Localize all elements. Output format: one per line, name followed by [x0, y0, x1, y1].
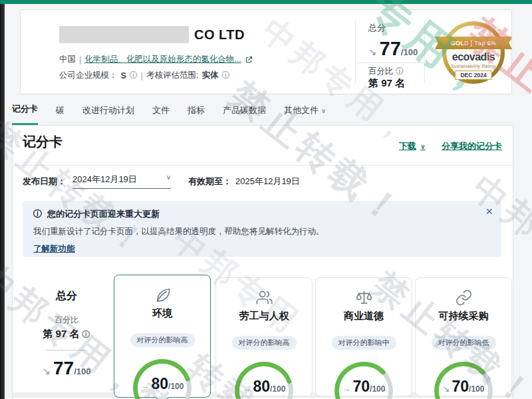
total-label: 总分 [13, 289, 120, 303]
company-name: CO LTD [194, 27, 245, 43]
company-size-label: 公司企业规模： [59, 70, 118, 81]
total-score-denominator: /100 [74, 366, 90, 376]
divider [355, 21, 356, 83]
percentile-label: 百分比 [13, 315, 120, 326]
company-name-redacted [59, 26, 189, 43]
ecovadis-gold-medal: GOLD | Top 5% ecovadis Sustainability Ra… [436, 18, 511, 91]
impact-badge: 对评分的影响高 [130, 333, 195, 347]
publish-date-select[interactable]: 2024年12月19日 ∨ [72, 174, 171, 189]
update-banner: ⓘ 您的记分卡页面迎来重大更新 我们重新设计了记分卡页面，以提高结果的透明度，帮… [23, 201, 501, 257]
page-title: 记分卡 [23, 133, 63, 151]
separator: | [79, 55, 81, 65]
category-title: 环境 [114, 307, 210, 320]
category-score-denominator: /100 [270, 384, 285, 394]
separator: | [141, 71, 143, 80]
info-icon[interactable]: ⓘ [396, 66, 404, 76]
score-gauge: ↘70/100 [425, 352, 502, 399]
divider [47, 350, 86, 350]
medal-date: DEC 2024 [455, 70, 491, 80]
category-card-可持续采购[interactable]: 可持续采购对评分的影响低↘70/100 [415, 277, 512, 396]
people-icon [255, 289, 273, 307]
category-score-denominator: /100 [469, 384, 484, 394]
total-score-value: 77 [53, 359, 74, 378]
tab-指标[interactable]: 指标 [188, 103, 205, 126]
trend-icon: ↘ [443, 384, 450, 394]
medal-subtitle: Sustainability Rating [436, 64, 511, 68]
category-score: 70 [452, 379, 469, 394]
info-icon: ⓘ [33, 208, 42, 220]
trend-icon: → [342, 384, 351, 394]
chevron-down-icon: ∨ [321, 107, 326, 114]
medal-brand: ecovadis [436, 51, 511, 63]
total-score-label: 总分 [368, 22, 424, 34]
percentile-value: 第 97 名 [43, 328, 79, 339]
category-card-商业道德[interactable]: 商业道德对评分的影响中→70/100 [315, 277, 412, 396]
category-title: 商业道德 [316, 310, 412, 323]
divider [13, 165, 513, 166]
info-icon[interactable]: ⓘ [130, 70, 138, 81]
medal-tier-ribbon: GOLD | Top 5% [435, 37, 512, 49]
valid-until-label: 有效期至： [188, 176, 231, 188]
info-icon[interactable]: ⓘ [82, 330, 90, 339]
banner-title: 您的记分卡页面迎来重大更新 [47, 208, 160, 220]
valid-until-value: 2025年12月19日 [235, 176, 300, 188]
link-icon [455, 289, 473, 307]
window-left-edge [0, 0, 5, 399]
tab-记分卡[interactable]: 记分卡 [12, 103, 38, 126]
scope-value: 实体 [202, 70, 219, 81]
category-score-denominator: /100 [168, 382, 184, 391]
top-accent-bar [0, 0, 532, 4]
category-card-劳工与人权[interactable]: 劳工与人权对评分的影响高→80/100 [215, 277, 313, 396]
score-gauge: →70/100 [325, 352, 402, 399]
category-score: 70 [353, 379, 370, 394]
total-score-denominator: /100 [401, 47, 418, 57]
tab-碳[interactable]: 碳 [56, 103, 65, 126]
company-country: 中国 [59, 54, 76, 65]
industry-link[interactable]: 化学制品、化肥以及原始形态的氮化合物... [84, 54, 241, 65]
tab-文件[interactable]: 文件 [152, 103, 170, 126]
scope-label: 考核评估范围: [146, 70, 198, 81]
trend-down-icon: ↘ [368, 46, 377, 58]
scorecard-panel: 记分卡 下载 ∨ 分享我的记分卡 发布日期： 2024年12月19日 ∨ 有效期… [12, 125, 513, 399]
divider [424, 21, 425, 83]
chevron-down-icon: ∨ [166, 174, 171, 186]
learn-more-link[interactable]: 了解新功能 [33, 243, 75, 255]
chevron-down-icon: ∨ [420, 143, 426, 150]
category-card-环境[interactable]: 环境对评分的影响高→80/100 [114, 275, 211, 398]
total-score-value: 77 [380, 39, 401, 59]
percentile-value: 第 97 名 [368, 77, 405, 90]
share-scorecard-button[interactable]: 分享我的记分卡 [442, 140, 502, 152]
overall-score-panel: 总分 百分比 第 97 名 ⓘ ↘ 77 /100 [13, 289, 120, 378]
impact-badge: 对评分的影响中 [332, 336, 396, 350]
category-title: 劳工与人权 [216, 310, 312, 323]
trend-down-icon: ↘ [42, 365, 51, 377]
leaf-icon [154, 286, 172, 304]
external-link-icon[interactable] [245, 56, 253, 64]
impact-badge: 对评分的影响低 [432, 336, 496, 350]
percentile-label: 百分比 [368, 66, 394, 76]
publish-date-label: 发布日期： [23, 176, 66, 188]
tab-改进行动计划[interactable]: 改进行动计划 [82, 103, 134, 126]
trend-icon: → [243, 384, 251, 394]
ecovadis-scorecard-page: CO LTD 中国 | 化学制品、化肥以及原始形态的氮化合物... 公司企业规模… [0, 0, 532, 399]
download-button[interactable]: 下载 ∨ [399, 140, 426, 152]
company-header-card: CO LTD 中国 | 化学制品、化肥以及原始形态的氮化合物... 公司企业规模… [20, 9, 512, 94]
impact-badge: 对评分的影响高 [232, 336, 297, 350]
tab-产品碳数据[interactable]: 产品碳数据 [223, 103, 266, 126]
trend-icon: → [141, 381, 150, 391]
score-gauge: →80/100 [225, 352, 303, 399]
banner-body: 我们重新设计了记分卡页面，以提高结果的透明度，帮助您将见解转化为行动。 [33, 226, 491, 237]
info-icon[interactable]: ⓘ [222, 70, 230, 81]
category-score-denominator: /100 [370, 384, 385, 394]
category-score: 80 [253, 379, 271, 394]
divider [355, 63, 424, 63]
company-size-value: S [121, 71, 126, 80]
category-score: 80 [152, 376, 169, 392]
category-title: 可持续采购 [416, 310, 511, 323]
scales-icon [355, 289, 373, 307]
close-icon[interactable]: × [485, 205, 493, 217]
tab-bar: 记分卡碳改进行动计划文件指标产品碳数据其他文件∨ [12, 103, 326, 126]
tab-其他文件[interactable]: 其他文件∨ [284, 103, 326, 126]
